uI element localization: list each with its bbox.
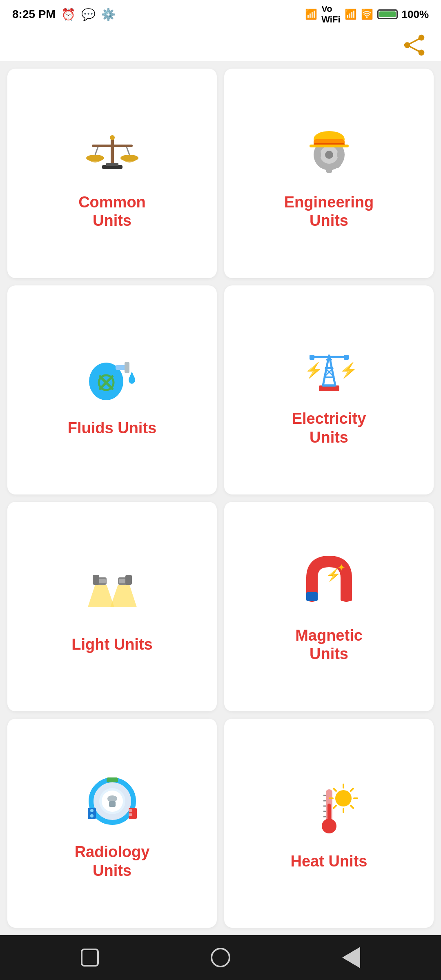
- svg-rect-56: [93, 575, 99, 585]
- svg-marker-52: [88, 585, 114, 607]
- svg-point-83: [335, 790, 352, 806]
- signal-bars: 📶: [305, 9, 317, 20]
- fluids-units-label: Fluids Units: [68, 419, 156, 438]
- fluids-units-icon: [80, 344, 145, 409]
- electricity-units-label: ElectricityUnits: [292, 410, 366, 447]
- svg-point-16: [325, 151, 333, 159]
- nav-circle-icon: [211, 948, 230, 967]
- svg-rect-57: [125, 575, 132, 585]
- svg-rect-20: [337, 152, 343, 158]
- engineering-units-icon: [296, 118, 362, 183]
- svg-point-74: [90, 814, 94, 817]
- svg-rect-72: [129, 813, 132, 816]
- svg-rect-59: [341, 592, 352, 601]
- svg-point-1: [404, 42, 410, 48]
- svg-line-89: [351, 806, 353, 808]
- status-bar: 8:25 PM ⏰ 💬 ⚙️ 📶 VoWiFi 📶 🛜 100%: [0, 0, 441, 29]
- share-icon: [403, 34, 426, 56]
- svg-line-11: [127, 147, 129, 155]
- card-magnetic-units[interactable]: ⚡ ✦ MagneticUnits: [224, 502, 434, 711]
- svg-text:⚡: ⚡: [305, 361, 323, 379]
- share-button[interactable]: [400, 31, 429, 59]
- card-heat-units[interactable]: Heat Units: [224, 719, 434, 928]
- svg-rect-47: [344, 355, 349, 360]
- status-left: 8:25 PM ⏰ 💬 ⚙️: [12, 8, 116, 21]
- electricity-units-icon: ⚡ ⚡: [296, 334, 362, 400]
- svg-point-73: [90, 809, 94, 812]
- svg-rect-67: [109, 801, 116, 807]
- svg-point-2: [418, 49, 424, 56]
- whatsapp-icon: 💬: [81, 8, 96, 21]
- svg-rect-46: [310, 355, 314, 360]
- vo-wifi-label: VoWiFi: [321, 4, 340, 25]
- svg-line-10: [95, 147, 98, 155]
- svg-rect-58: [306, 592, 318, 601]
- card-common-units[interactable]: CommonUnits: [7, 69, 217, 278]
- card-electricity-units[interactable]: ⚡ ⚡ ElectricityUnits: [224, 285, 434, 495]
- heat-units-icon: [296, 777, 362, 842]
- time: 8:25 PM: [12, 8, 56, 21]
- wifi-signal: 🛜: [361, 9, 373, 20]
- nav-home-button[interactable]: [206, 943, 235, 972]
- category-grid: CommonUnits: [0, 61, 441, 935]
- nav-square-icon: [81, 949, 99, 967]
- svg-line-88: [334, 788, 336, 791]
- svg-line-90: [351, 788, 353, 791]
- heat-units-label: Heat Units: [291, 852, 368, 871]
- radiology-units-icon: [80, 768, 145, 833]
- svg-marker-36: [129, 372, 134, 377]
- status-right: 📶 VoWiFi 📶 🛜 100%: [305, 4, 429, 25]
- battery-icon: [377, 9, 398, 19]
- light-units-icon: [80, 560, 145, 626]
- common-units-icon: [80, 118, 145, 183]
- svg-line-91: [334, 806, 336, 808]
- svg-marker-55: [110, 585, 137, 607]
- svg-rect-71: [129, 809, 132, 812]
- light-units-label: Light Units: [71, 635, 152, 654]
- common-units-label: CommonUnits: [78, 193, 146, 230]
- card-engineering-units[interactable]: EngineeringUnits: [224, 69, 434, 278]
- svg-line-3: [407, 38, 421, 45]
- svg-text:✦: ✦: [337, 562, 345, 573]
- top-bar: [0, 29, 441, 61]
- svg-rect-7: [106, 163, 118, 166]
- nav-square-button[interactable]: [76, 943, 104, 972]
- svg-rect-19: [315, 152, 321, 158]
- card-fluids-units[interactable]: Fluids Units: [7, 285, 217, 495]
- svg-line-4: [407, 45, 421, 52]
- svg-rect-68: [107, 777, 118, 782]
- magnetic-units-icon: ⚡ ✦: [296, 551, 362, 617]
- settings-icon: ⚙️: [101, 8, 116, 21]
- svg-point-82: [322, 819, 336, 833]
- svg-rect-5: [111, 138, 114, 167]
- svg-rect-9: [92, 145, 133, 147]
- nav-triangle-icon: [342, 947, 360, 968]
- alarm-icon: ⏰: [61, 8, 76, 21]
- card-radiology-units[interactable]: RadiologyUnits: [7, 719, 217, 928]
- radiology-units-label: RadiologyUnits: [75, 843, 150, 880]
- svg-point-66: [107, 795, 117, 802]
- battery-percent: 100%: [402, 8, 429, 21]
- nav-back-button[interactable]: [337, 943, 365, 972]
- svg-point-8: [110, 135, 115, 140]
- wifi-icon: 📶: [345, 9, 357, 20]
- svg-rect-28: [310, 145, 349, 147]
- engineering-units-label: EngineeringUnits: [284, 193, 374, 230]
- svg-rect-18: [326, 167, 332, 173]
- svg-rect-34: [125, 362, 129, 373]
- magnetic-units-label: MagneticUnits: [295, 626, 363, 664]
- bottom-nav: [0, 935, 441, 980]
- card-light-units[interactable]: Light Units: [7, 502, 217, 711]
- svg-text:⚡: ⚡: [339, 361, 358, 379]
